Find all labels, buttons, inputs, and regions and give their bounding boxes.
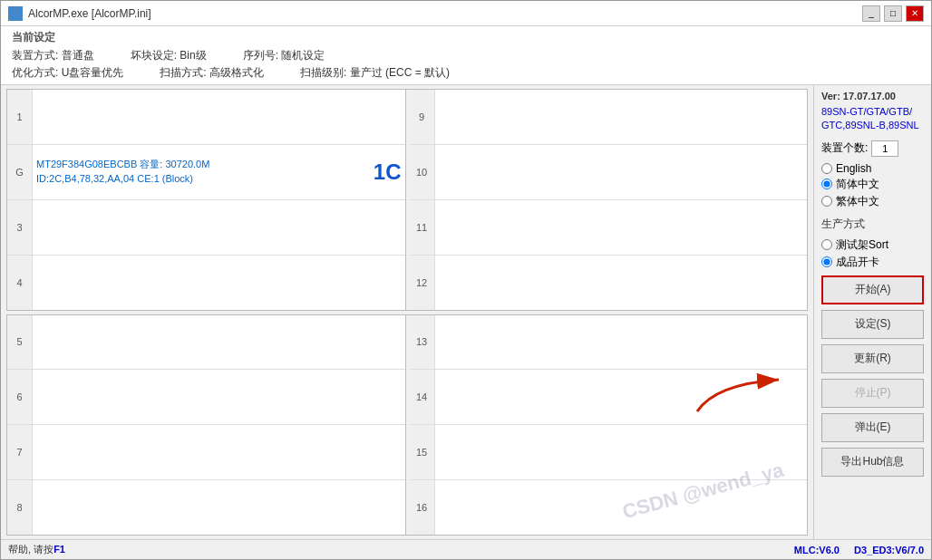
top-slots-group: 1 G MT29F384G08EBCBB 容量: 30720.0MID:2C,B… (6, 89, 808, 311)
slot-5-row: 5 (7, 315, 405, 371)
slot-g-device-info: MT29F384G08EBCBB 容量: 30720.0MID:2C,B4,78… (36, 158, 366, 186)
title-bar: AlcorMP.exe [AlcorMP.ini] _ □ ✕ (1, 1, 931, 26)
update-button[interactable]: 更新(R) (821, 344, 924, 373)
bad-block-info: 坏块设定: Bin级 (131, 48, 207, 63)
slot-12-num: 12 (410, 256, 435, 310)
prod-sort-label: 测试架Sort (836, 237, 888, 253)
lang-simplified-label: 简体中文 (836, 177, 879, 192)
production-radio-group: 测试架Sort 成品开卡 (821, 237, 924, 270)
slot-7-num: 7 (7, 425, 33, 479)
slot-3-content[interactable] (33, 200, 405, 255)
status-left: 帮助, 请按F1 (8, 543, 65, 556)
slot-13-content[interactable] (435, 315, 808, 370)
slot-g-content[interactable]: MT29F384G08EBCBB 容量: 30720.0MID:2C,B4,78… (33, 145, 405, 199)
slot-12-content[interactable] (435, 256, 808, 310)
slot-g-badge: 1C (366, 159, 402, 185)
device-count-label: 装置个数: (821, 140, 868, 156)
lang-english-radio[interactable] (821, 163, 832, 174)
slot-13-row: 13 (410, 315, 808, 371)
slot-16-content[interactable] (435, 480, 808, 535)
slot-10-content[interactable] (435, 145, 808, 199)
slot-10-row: 10 (410, 145, 808, 200)
slots-area: 1 G MT29F384G08EBCBB 容量: 30720.0MID:2C,B… (1, 85, 813, 539)
window-title: AlcorMP.exe [AlcorMP.ini] (28, 7, 151, 20)
slot-6-num: 6 (7, 370, 33, 424)
slot-7-content[interactable] (33, 425, 405, 479)
slot-16-num: 16 (410, 480, 435, 535)
d3-version: D3_ED3:V6/7.0 (854, 545, 924, 555)
window-controls: _ □ ✕ (862, 5, 924, 22)
prod-final-label: 成品开卡 (836, 255, 879, 270)
slot-4-num: 4 (7, 256, 33, 310)
lang-english-item[interactable]: English (821, 162, 924, 175)
slot-8-content[interactable] (33, 480, 405, 535)
version-text: Ver: 17.07.17.00 (821, 91, 924, 101)
bottom-left-slots: 5 6 7 8 (7, 315, 406, 536)
status-bar: 帮助, 请按F1 MLC:V6.0 D3_ED3:V6/7.0 (1, 539, 931, 559)
app-icon (8, 6, 23, 21)
bottom-right-slots: 13 14 15 16 (410, 315, 808, 536)
lang-traditional-item[interactable]: 繁体中文 (821, 194, 924, 209)
prod-final-item[interactable]: 成品开卡 (821, 255, 924, 270)
minimize-button[interactable]: _ (862, 5, 880, 22)
export-button[interactable]: 导出Hub信息 (821, 448, 924, 477)
slot-g-row: G MT29F384G08EBCBB 容量: 30720.0MID:2C,B4,… (7, 145, 405, 200)
slot-6-row: 6 (7, 370, 405, 425)
slot-11-num: 11 (410, 200, 435, 255)
slot-5-num: 5 (7, 315, 33, 370)
main-area: 1 G MT29F384G08EBCBB 容量: 30720.0MID:2C,B… (1, 85, 931, 539)
maximize-button[interactable]: □ (884, 5, 902, 22)
right-panel: Ver: 17.07.17.00 89SN-GT/GTA/GTB/GTC,89S… (813, 85, 931, 539)
slot-4-content[interactable] (33, 256, 405, 310)
slot-1-content[interactable] (33, 90, 405, 144)
slot-3-num: 3 (7, 200, 33, 255)
current-settings-label: 当前设定 (12, 30, 920, 45)
start-button[interactable]: 开始(A) (821, 275, 924, 304)
slot-1-num: 1 (7, 90, 33, 144)
device-count-row: 装置个数: (821, 140, 924, 157)
slot-15-content[interactable] (435, 425, 808, 479)
info-row-2: 优化方式: U盘容量优先 扫描方式: 高级格式化 扫描级别: 量产过 (ECC … (12, 65, 920, 81)
top-left-slots: 1 G MT29F384G08EBCBB 容量: 30720.0MID:2C,B… (7, 90, 406, 310)
info-row-1: 装置方式: 普通盘 坏块设定: Bin级 序列号: 随机设定 (12, 48, 920, 63)
slot-15-num: 15 (410, 425, 435, 479)
slot-7-row: 7 (7, 425, 405, 480)
slot-8-row: 8 (7, 480, 405, 535)
settings-button[interactable]: 设定(S) (821, 310, 924, 339)
prod-sort-radio[interactable] (821, 239, 832, 250)
device-mode-info: 装置方式: 普通盘 (12, 48, 94, 63)
scan-level-info: 扫描级别: 量产过 (ECC = 默认) (300, 65, 450, 81)
stop-button[interactable]: 停止(P) (821, 379, 924, 408)
optimize-info: 优化方式: U盘容量优先 (12, 65, 123, 81)
title-bar-left: AlcorMP.exe [AlcorMP.ini] (8, 6, 151, 21)
slot-9-content[interactable] (435, 90, 808, 144)
help-key: F1 (53, 544, 65, 555)
lang-simplified-item[interactable]: 简体中文 (821, 177, 924, 192)
production-label: 生产方式 (821, 217, 924, 232)
lang-traditional-radio[interactable] (821, 196, 832, 207)
slot-11-content[interactable] (435, 200, 808, 255)
slot-14-content[interactable] (435, 370, 808, 424)
lang-simplified-radio[interactable] (821, 179, 832, 189)
lang-english-label: English (836, 162, 871, 175)
slot-1-row: 1 (7, 90, 405, 145)
prod-final-radio[interactable] (821, 256, 832, 267)
slot-6-content[interactable] (33, 370, 405, 424)
slot-5-content[interactable] (33, 315, 405, 370)
help-text: 帮助, 请按 (8, 544, 53, 555)
slot-9-num: 9 (410, 90, 435, 144)
main-window: AlcorMP.exe [AlcorMP.ini] _ □ ✕ 当前设定 装置方… (0, 0, 932, 560)
info-bar: 当前设定 装置方式: 普通盘 坏块设定: Bin级 序列号: 随机设定 优化方式… (1, 26, 931, 85)
prod-sort-item[interactable]: 测试架Sort (821, 237, 924, 253)
device-count-input[interactable] (871, 140, 898, 157)
slot-13-num: 13 (410, 315, 435, 370)
slot-12-row: 12 (410, 256, 808, 310)
eject-button[interactable]: 弹出(E) (821, 413, 924, 442)
serial-info: 序列号: 随机设定 (243, 48, 325, 63)
slot-3-row: 3 (7, 200, 405, 256)
slot-g-active-info: MT29F384G08EBCBB 容量: 30720.0MID:2C,B4,78… (36, 158, 402, 186)
slot-16-row: 16 (410, 480, 808, 535)
slot-4-row: 4 (7, 256, 405, 310)
close-button[interactable]: ✕ (906, 5, 924, 22)
bottom-slots-group: 5 6 7 8 (6, 314, 808, 536)
